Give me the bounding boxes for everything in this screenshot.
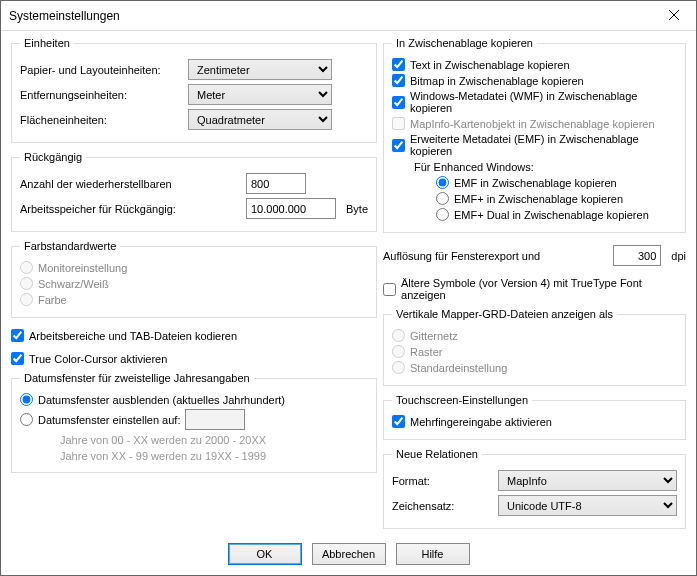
grd-grid-label: Gitternetz	[410, 330, 458, 342]
clip-emf-checkbox[interactable]	[392, 139, 405, 152]
date-note1: Jahre von 00 - XX werden zu 2000 - 20XX	[60, 434, 368, 446]
grd-default-label: Standardeinstellung	[410, 362, 507, 374]
color-defaults-group: Farbstandardwerte Monitoreinstellung Sch…	[11, 240, 377, 318]
undo-count-input[interactable]	[246, 173, 306, 194]
format-select[interactable]: MapInfo	[498, 470, 677, 491]
resolution-unit: dpi	[671, 250, 686, 262]
date-set-label: Datumsfenster einstellen auf:	[38, 414, 180, 426]
undo-memory-input[interactable]	[246, 198, 336, 219]
touch-legend: Touchscreen-Einstellungen	[392, 394, 532, 406]
date-set-radio[interactable]	[20, 413, 33, 426]
window-title: Systemeinstellungen	[9, 9, 652, 23]
date-set-input	[185, 409, 245, 430]
multitouch-label: Mehrfingereingabe aktivieren	[410, 416, 552, 428]
color-color-label: Farbe	[38, 294, 67, 306]
undo-count-label: Anzahl der wiederherstellbaren	[20, 178, 240, 190]
color-monitor-radio	[20, 261, 33, 274]
old-symbols-label: Ältere Symbole (vor Version 4) mit TrueT…	[401, 277, 686, 301]
color-monitor-label: Monitoreinstellung	[38, 262, 127, 274]
date-window-group: Datumsfenster für zweistellige Jahresang…	[11, 372, 377, 473]
grd-legend: Vertikale Mapper-GRD-Dateien anzeigen al…	[392, 308, 617, 320]
clipboard-legend: In Zwischenablage kopieren	[392, 37, 537, 49]
units-legend: Einheiten	[20, 37, 74, 49]
distance-units-label: Entfernungseinheiten:	[20, 89, 182, 101]
touch-group: Touchscreen-Einstellungen Mehrfingereing…	[383, 394, 686, 440]
format-label: Format:	[392, 475, 492, 487]
undo-group: Rückgängig Anzahl der wiederherstellbare…	[11, 151, 377, 232]
clip-mapobj-checkbox	[392, 117, 405, 130]
area-units-label: Flächeneinheiten:	[20, 114, 182, 126]
date-note2: Jahre von XX - 99 werden zu 19XX - 1999	[60, 450, 368, 462]
clipboard-group: In Zwischenablage kopieren Text in Zwisc…	[383, 37, 686, 233]
relations-legend: Neue Relationen	[392, 448, 482, 460]
old-symbols-checkbox[interactable]	[383, 283, 396, 296]
grd-default-radio	[392, 361, 405, 374]
emf-opt2-label: EMF+ in Zwischenablage kopieren	[454, 193, 623, 205]
grd-grid-radio	[392, 329, 405, 342]
clip-emf-label: Erweiterte Metadatei (EMF) in Zwischenab…	[410, 133, 677, 157]
grd-raster-radio	[392, 345, 405, 358]
date-hide-label: Datumsfenster ausblenden (aktuelles Jahr…	[38, 394, 285, 406]
grd-group: Vertikale Mapper-GRD-Dateien anzeigen al…	[383, 308, 686, 386]
clip-bitmap-checkbox[interactable]	[392, 74, 405, 87]
color-color-radio	[20, 293, 33, 306]
close-button[interactable]	[652, 1, 696, 30]
clip-wmf-label: Windows-Metadatei (WMF) in Zwischenablag…	[410, 90, 677, 114]
units-group: Einheiten Papier- und Layouteinheiten: Z…	[11, 37, 377, 143]
date-window-legend: Datumsfenster für zweistellige Jahresang…	[20, 372, 254, 384]
area-units-select[interactable]: Quadratmeter	[188, 109, 332, 130]
color-bw-radio	[20, 277, 33, 290]
charset-label: Zeichensatz:	[392, 500, 492, 512]
clip-text-checkbox[interactable]	[392, 58, 405, 71]
close-icon	[669, 10, 679, 22]
emf-opt1-label: EMF in Zwischenablage kopieren	[454, 177, 617, 189]
clip-mapobj-label: MapInfo-Kartenobjekt in Zwischenablage k…	[410, 118, 655, 130]
grd-raster-label: Raster	[410, 346, 442, 358]
cancel-button[interactable]: Abbrechen	[312, 543, 386, 565]
emf-opt3-label: EMF+ Dual in Zwischenablage kopieren	[454, 209, 649, 221]
paper-units-select[interactable]: Zentimeter	[188, 59, 332, 80]
encode-workspaces-checkbox[interactable]	[11, 329, 24, 342]
ok-button[interactable]: OK	[228, 543, 302, 565]
emf-opt2-radio[interactable]	[436, 192, 449, 205]
charset-select[interactable]: Unicode UTF-8	[498, 495, 677, 516]
color-defaults-legend: Farbstandardwerte	[20, 240, 120, 252]
undo-memory-label: Arbeitsspeicher für Rückgängig:	[20, 203, 240, 215]
truecolor-cursor-label: True Color-Cursor aktivieren	[29, 353, 167, 365]
date-hide-radio[interactable]	[20, 393, 33, 406]
encode-workspaces-label: Arbeitsbereiche und TAB-Dateien kodieren	[29, 330, 237, 342]
relations-group: Neue Relationen Format: MapInfo Zeichens…	[383, 448, 686, 529]
resolution-input[interactable]	[613, 245, 661, 266]
undo-legend: Rückgängig	[20, 151, 86, 163]
emf-opt3-radio[interactable]	[436, 208, 449, 221]
help-button[interactable]: Hilfe	[396, 543, 470, 565]
clip-bitmap-label: Bitmap in Zwischenablage kopieren	[410, 75, 584, 87]
clip-wmf-checkbox[interactable]	[392, 96, 405, 109]
multitouch-checkbox[interactable]	[392, 415, 405, 428]
resolution-label: Auflösung für Fensterexport und	[383, 250, 607, 262]
paper-units-label: Papier- und Layouteinheiten:	[20, 64, 182, 76]
clip-emf-sub: Für Enhanced Windows:	[414, 161, 677, 173]
color-bw-label: Schwarz/Weiß	[38, 278, 109, 290]
emf-opt1-radio[interactable]	[436, 176, 449, 189]
undo-memory-unit: Byte	[346, 203, 368, 215]
distance-units-select[interactable]: Meter	[188, 84, 332, 105]
clip-text-label: Text in Zwischenablage kopieren	[410, 59, 570, 71]
truecolor-cursor-checkbox[interactable]	[11, 352, 24, 365]
